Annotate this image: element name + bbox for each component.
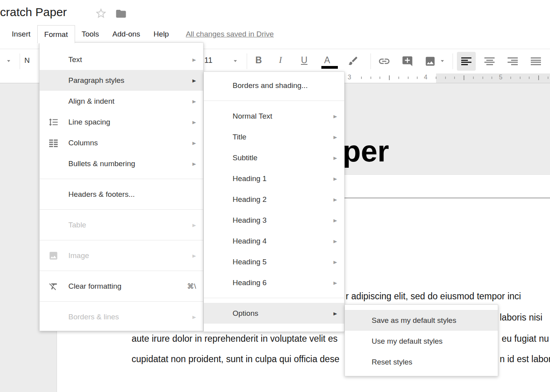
submenu-arrow-icon: ▶ — [334, 176, 337, 181]
menu-item-title[interactable]: Title▶ — [204, 126, 344, 147]
align-center-button[interactable] — [480, 52, 499, 71]
columns-icon — [48, 138, 59, 148]
menu-item-label: Headers & footers... — [68, 190, 135, 199]
submenu-arrow-icon: ▶ — [334, 218, 337, 223]
align-justify-button[interactable] — [526, 52, 545, 71]
align-right-button[interactable] — [503, 52, 522, 71]
menu-item-label: Title — [233, 133, 246, 141]
submenu-arrow-icon: ▶ — [334, 238, 337, 244]
submenu-arrow-icon: ▶ — [334, 311, 337, 316]
menu-item-label: Heading 4 — [233, 237, 267, 245]
ruler-tick — [529, 77, 530, 79]
bold-button[interactable]: B — [255, 55, 262, 66]
ruler-margin-area — [436, 73, 550, 83]
document-text-line[interactable]: cupidatat non proident, sunt in culpa qu… — [132, 354, 339, 365]
menubar-item-add-ons[interactable]: Add-ons — [106, 25, 147, 43]
font-size-value[interactable]: 11 — [204, 56, 213, 65]
ruler-tick — [408, 77, 409, 79]
ruler-tick — [417, 77, 418, 79]
menu-item-label: Heading 2 — [233, 195, 267, 204]
ruler-tick — [464, 75, 464, 80]
menu-item-label: Borders and shading... — [233, 81, 308, 90]
menu-item-label: Clear formatting — [68, 282, 121, 291]
menu-item-label: Image — [68, 251, 89, 260]
menu-item-paragraph-styles[interactable]: Paragraph styles▶ — [40, 70, 203, 91]
menu-item-use-my-default-styles[interactable]: Use my default styles — [345, 331, 498, 352]
toolbar-separator — [20, 53, 20, 69]
document-text-line[interactable]: eu fugiat nu — [502, 333, 549, 344]
menu-item-borders-lines: Borders & lines▶ — [40, 306, 203, 327]
underline-button[interactable]: U — [301, 55, 308, 66]
submenu-arrow-icon: ▶ — [192, 140, 196, 145]
menubar-item-tools[interactable]: Tools — [75, 25, 106, 43]
submenu-arrow-icon: ▶ — [192, 314, 196, 319]
menu-item-clear-formatting[interactable]: Clear formatting⌘\ — [40, 276, 203, 297]
ruler-tick — [482, 77, 483, 79]
star-icon[interactable] — [95, 7, 107, 20]
submenu-arrow-icon: ▶ — [334, 259, 337, 264]
toolbar-overflow-caret-icon[interactable] — [7, 60, 10, 62]
align-left-button[interactable] — [457, 52, 476, 71]
menu-item-columns[interactable]: Columns▶ — [40, 132, 203, 153]
menu-item-reset-styles[interactable]: Reset styles — [345, 352, 498, 372]
menu-item-borders-and-shading[interactable]: Borders and shading... — [204, 75, 344, 96]
text-color-button[interactable]: A — [324, 55, 330, 66]
ruler-tick — [538, 75, 539, 80]
document-text-line[interactable]: n id est labor — [500, 354, 550, 365]
insert-image-icon[interactable] — [424, 55, 436, 67]
document-text-line[interactable]: laboris nisi — [500, 312, 543, 323]
menu-item-heading-4[interactable]: Heading 4▶ — [204, 231, 344, 251]
ruler-tick — [389, 75, 390, 80]
document-text-line[interactable]: r adipiscing elit, sed do eiusmod tempor… — [346, 291, 521, 302]
menu-item-line-spacing[interactable]: Line spacing▶ — [40, 112, 203, 132]
menubar-item-insert[interactable]: Insert — [5, 25, 37, 43]
menu-item-options[interactable]: Options▶ — [204, 303, 344, 324]
document-heading-text[interactable]: per — [343, 134, 389, 168]
menu-item-label: Use my default styles — [372, 337, 443, 346]
menu-item-label: Align & indent — [68, 97, 114, 106]
menu-item-label: Paragraph styles — [68, 76, 125, 85]
ruler-tick — [510, 77, 511, 79]
insert-image-caret-icon[interactable] — [441, 60, 444, 62]
menu-item-save-as-my-default-styles[interactable]: Save as my default styles — [345, 310, 498, 331]
menu-item-heading-2[interactable]: Heading 2▶ — [204, 189, 344, 210]
save-status-link[interactable]: All changes saved in Drive — [186, 25, 274, 43]
font-size-caret-icon[interactable] — [234, 60, 237, 62]
clear-formatting-icon — [48, 281, 59, 291]
submenu-arrow-icon: ▶ — [192, 161, 196, 166]
document-text-line[interactable]: aute irure dolor in reprehenderit in vol… — [132, 333, 337, 344]
ruler-tick — [454, 77, 455, 79]
paragraph-style-selector[interactable]: N — [24, 56, 30, 65]
move-to-folder-icon[interactable] — [115, 8, 127, 20]
menu-separator — [40, 240, 203, 240]
menu-item-heading-3[interactable]: Heading 3▶ — [204, 210, 344, 231]
toolbar-separator — [247, 53, 247, 69]
menubar-item-help[interactable]: Help — [147, 25, 176, 43]
image-disabled-icon — [48, 251, 59, 261]
menu-item-label: Heading 5 — [233, 258, 267, 266]
menu-item-label: Subtitle — [233, 154, 257, 162]
menu-item-align-indent[interactable]: Align & indent▶ — [40, 91, 203, 112]
menu-item-label: Heading 3 — [233, 216, 267, 225]
menu-item-label: Options — [233, 309, 258, 318]
menu-item-normal-text[interactable]: Normal Text▶ — [204, 106, 344, 126]
add-comment-icon[interactable] — [402, 55, 413, 67]
insert-link-icon[interactable] — [378, 55, 390, 68]
italic-button[interactable]: I — [279, 55, 282, 65]
menubar-item-format[interactable]: Format — [37, 25, 75, 43]
submenu-arrow-icon: ▶ — [192, 99, 196, 104]
ruler-number: 4 — [424, 74, 427, 81]
menu-item-headers-footers[interactable]: Headers & footers... — [40, 184, 203, 205]
submenu-arrow-icon: ▶ — [334, 155, 337, 160]
ruler-tick — [436, 77, 436, 79]
menu-item-heading-5[interactable]: Heading 5▶ — [204, 251, 344, 272]
document-name[interactable]: cratch Paper — [0, 5, 67, 19]
menu-separator — [40, 179, 203, 179]
menu-item-heading-1[interactable]: Heading 1▶ — [204, 168, 344, 189]
ruler-tick — [361, 77, 362, 79]
menu-item-subtitle[interactable]: Subtitle▶ — [204, 147, 344, 168]
menu-item-bullets-numbering[interactable]: Bullets & numbering▶ — [40, 153, 203, 174]
paint-format-icon[interactable] — [348, 55, 359, 66]
menu-item-text[interactable]: Text▶ — [40, 49, 203, 70]
menu-item-heading-6[interactable]: Heading 6▶ — [204, 272, 344, 293]
